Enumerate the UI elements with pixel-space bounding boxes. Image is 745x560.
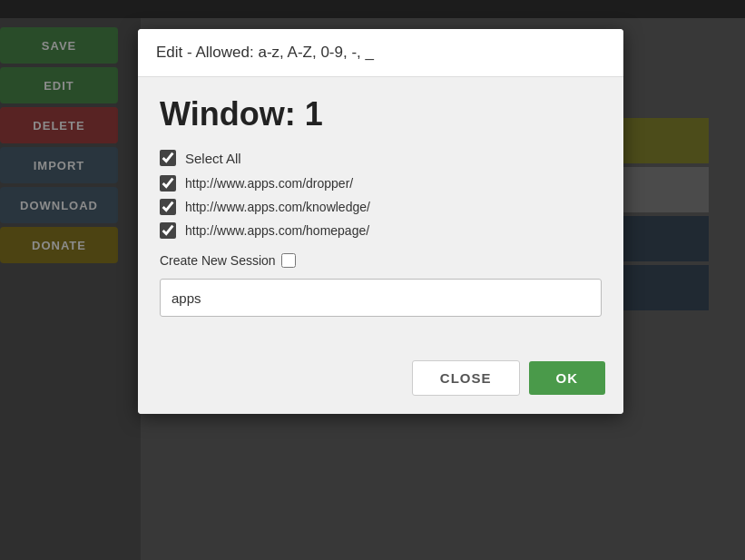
dialog-footer: CLOSE OK (138, 349, 623, 414)
url-row-2: http://www.apps.com/knowledge/ (160, 199, 602, 215)
dialog-header: Edit - Allowed: a-z, A-Z, 0-9, -, _ (138, 29, 623, 77)
url-label-2: http://www.apps.com/knowledge/ (185, 200, 370, 214)
close-button[interactable]: CLOSE (412, 360, 520, 396)
session-name-input[interactable] (160, 279, 602, 317)
dialog-title: Window: 1 (160, 95, 602, 133)
select-all-row: Select All (160, 150, 602, 166)
url-row-1: http://www.apps.com/dropper/ (160, 175, 602, 192)
session-label: Create New Session (160, 253, 276, 268)
ok-button[interactable]: OK (529, 361, 606, 395)
session-checkbox[interactable] (281, 253, 296, 268)
url-checkbox-1[interactable] (160, 175, 176, 192)
edit-dialog: Edit - Allowed: a-z, A-Z, 0-9, -, _ Wind… (138, 29, 623, 414)
url-label-1: http://www.apps.com/dropper/ (185, 176, 353, 191)
url-row-3: http://www.apps.com/homepage/ (160, 222, 602, 239)
url-checkbox-3[interactable] (160, 222, 176, 239)
session-row: Create New Session (160, 253, 602, 268)
url-checkbox-2[interactable] (160, 199, 176, 215)
select-all-checkbox[interactable] (160, 150, 176, 166)
url-label-3: http://www.apps.com/homepage/ (185, 223, 369, 238)
dialog-header-text: Edit - Allowed: a-z, A-Z, 0-9, -, _ (156, 44, 374, 61)
select-all-label: Select All (185, 151, 241, 166)
urls-section: http://www.apps.com/dropper/ http://www.… (160, 175, 602, 239)
dialog-body: Window: 1 Select All http://www.apps.com… (138, 77, 623, 349)
